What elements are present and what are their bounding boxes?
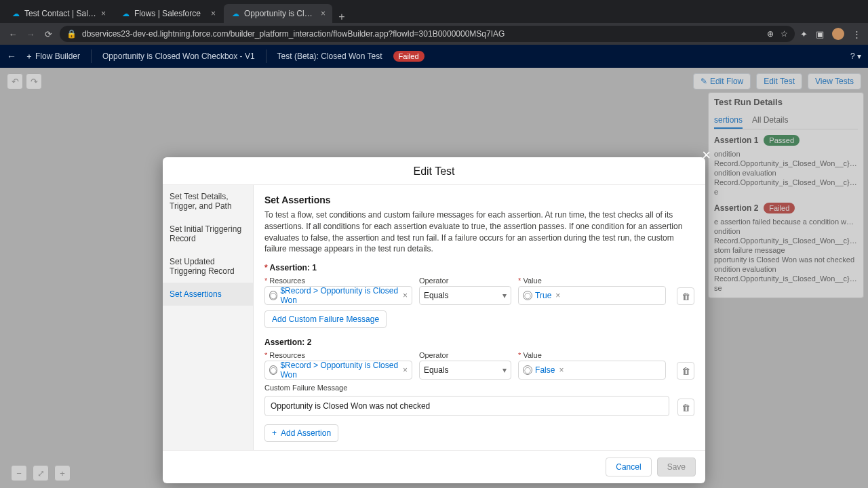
tab-title: Opportunity is Closed Won Ch — [244, 9, 317, 18]
reload-icon[interactable]: ⟳ — [42, 29, 54, 39]
remove-chip-icon[interactable]: × — [403, 365, 408, 375]
new-tab-button[interactable]: + — [334, 11, 350, 23]
cloud-icon: ☁ — [231, 9, 240, 18]
sidebar-item-updated-record[interactable]: Set Updated Triggering Record — [163, 250, 253, 283]
value-input-1[interactable]: ◯ True × — [518, 286, 666, 305]
back-icon[interactable]: ← — [7, 29, 19, 39]
status-badge: Failed — [393, 51, 425, 62]
operator-value: Equals — [424, 291, 449, 300]
separator — [91, 49, 92, 63]
cloud-icon: ☁ — [121, 9, 130, 18]
cancel-button[interactable]: Cancel — [606, 458, 651, 476]
help-icon[interactable]: ? ▾ — [850, 52, 861, 61]
add-assertion-label: Add Assertion — [281, 428, 331, 438]
save-button[interactable]: Save — [657, 458, 696, 476]
operator-label: Operator — [419, 351, 511, 359]
plus-icon: + — [272, 428, 277, 438]
globe-icon: ◯ — [523, 365, 532, 375]
sidebar-item-details[interactable]: Set Test Details, Trigger, and Path — [163, 185, 253, 218]
edit-test-modal: × Edit Test Set Test Details, Trigger, a… — [163, 157, 705, 483]
remove-chip-icon[interactable]: × — [403, 291, 408, 300]
close-icon[interactable]: × — [101, 9, 106, 18]
close-icon[interactable]: × — [321, 9, 326, 18]
url-text: dbservices23-dev-ed.lightning.force.com/… — [82, 29, 505, 39]
test-name: Test (Beta): Closed Won Test — [277, 52, 382, 61]
tab-title: Flows | Salesforce — [134, 9, 207, 18]
delete-cfm-2-button[interactable]: 🗑 — [677, 399, 694, 416]
tab-1[interactable]: ☁ Test Contact | Salesforce × — [4, 4, 113, 23]
canvas: ↶ ↷ ✎ Edit Flow Edit Test View Tests Tes… — [0, 68, 868, 488]
tab-2[interactable]: ☁ Flows | Salesforce × — [114, 4, 222, 23]
value-input-2[interactable]: ◯ False × — [518, 361, 666, 380]
cfm-value: Opportunity is Closed Won was not checke… — [271, 401, 430, 411]
sidebar-item-assertions[interactable]: Set Assertions — [163, 283, 253, 306]
section-description: To test a flow, set conditions and custo… — [264, 209, 694, 255]
chevron-down-icon: ▾ — [502, 291, 507, 300]
resource-chip: ◯ $Record > Opportunity is Closed Won × — [269, 286, 408, 305]
app-header: ← ᚐ Flow Builder Opportunity is Closed W… — [0, 45, 868, 68]
operator-select-2[interactable]: Equals ▾ — [419, 361, 511, 380]
flow-name[interactable]: Opportunity is Closed Won Checkbox - V1 — [102, 52, 255, 61]
remove-chip-icon[interactable]: × — [555, 291, 560, 300]
value-chip-label: True — [535, 291, 551, 300]
operator-label: Operator — [419, 277, 511, 285]
install-icon[interactable]: ⊕ — [767, 29, 774, 39]
extensions-icon[interactable]: ✦ — [800, 29, 808, 39]
operator-select-1[interactable]: Equals ▾ — [419, 286, 511, 305]
chevron-down-icon: ▾ — [502, 365, 507, 375]
builder-crumb[interactable]: ᚐ Flow Builder — [27, 52, 80, 61]
tab-strip: ☁ Test Contact | Salesforce × ☁ Flows | … — [0, 0, 868, 23]
assertion-1-heading: Assertion: 1 — [264, 263, 694, 272]
cloud-icon: ☁ — [11, 9, 20, 18]
resources-input-2[interactable]: ◯ $Record > Opportunity is Closed Won × — [264, 361, 412, 380]
add-assertion-button[interactable]: + Add Assertion — [264, 424, 338, 442]
section-title: Set Assertions — [264, 195, 694, 205]
star-icon[interactable]: ☆ — [781, 29, 788, 39]
flow-icon: ᚐ — [27, 52, 31, 61]
value-label: Value — [518, 277, 666, 285]
forward-icon[interactable]: → — [24, 29, 37, 39]
add-cfm-1-button[interactable]: Add Custom Failure Message — [264, 310, 387, 328]
close-icon[interactable]: × — [211, 9, 216, 18]
builder-label: Flow Builder — [35, 52, 80, 61]
modal-footer: Cancel Save — [163, 450, 705, 483]
lock-icon: 🔒 — [66, 29, 77, 39]
modal-sidebar: Set Test Details, Trigger, and Path Set … — [163, 185, 254, 450]
separator — [266, 49, 267, 63]
app-back-button[interactable]: ← — [7, 51, 16, 62]
cfm-input-2[interactable]: Opportunity is Closed Won was not checke… — [264, 396, 669, 416]
record-icon: ◯ — [269, 365, 277, 375]
address-bar[interactable]: 🔒 dbservices23-dev-ed.lightning.force.co… — [60, 26, 795, 42]
modal-title: Edit Test — [163, 157, 705, 185]
globe-icon: ◯ — [523, 291, 532, 300]
avatar[interactable] — [832, 28, 844, 40]
tab-title: Test Contact | Salesforce — [24, 9, 97, 18]
resources-input-1[interactable]: ◯ $Record > Opportunity is Closed Won × — [264, 286, 412, 305]
remove-chip-icon[interactable]: × — [559, 365, 564, 375]
address-row: ← → ⟳ 🔒 dbservices23-dev-ed.lightning.fo… — [0, 23, 868, 45]
resources-label: Resources — [264, 277, 412, 285]
value-label: Value — [518, 351, 666, 359]
tab-3[interactable]: ☁ Opportunity is Closed Won Ch × — [224, 4, 332, 23]
menu-icon[interactable]: ⋮ — [852, 29, 861, 39]
close-icon[interactable]: × — [702, 146, 711, 164]
browser-chrome: ☁ Test Contact | Salesforce × ☁ Flows | … — [0, 0, 868, 45]
delete-assertion-1-button[interactable]: 🗑 — [677, 287, 694, 305]
modal-main: Set Assertions To test a flow, set condi… — [254, 185, 705, 450]
delete-assertion-2-button[interactable]: 🗑 — [677, 362, 694, 380]
assertion-2-heading: Assertion: 2 — [264, 338, 694, 347]
record-icon: ◯ — [269, 291, 277, 300]
operator-value: Equals — [424, 365, 449, 375]
sidebar-item-initial-record[interactable]: Set Initial Triggering Record — [163, 218, 253, 250]
cfm-label: Custom Failure Message — [264, 384, 694, 392]
value-chip-label: False — [535, 365, 555, 375]
panel-icon[interactable]: ▣ — [816, 29, 824, 39]
resource-chip-label: $Record > Opportunity is Closed Won — [280, 361, 399, 380]
resources-label: Resources — [264, 351, 412, 359]
resource-chip-label: $Record > Opportunity is Closed Won — [280, 286, 399, 305]
